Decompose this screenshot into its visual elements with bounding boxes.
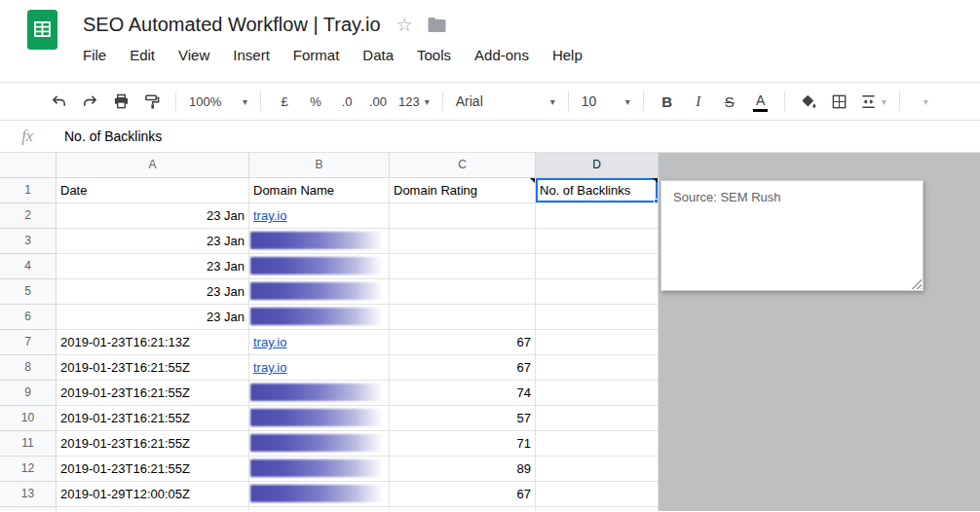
cell-C12[interactable]: 89 xyxy=(390,457,536,482)
folder-icon[interactable] xyxy=(427,17,447,33)
strikethrough-button[interactable]: S xyxy=(719,89,740,114)
cell-A13[interactable]: 2019-01-29T12:00:05Z xyxy=(57,482,249,507)
cell-D13[interactable] xyxy=(536,482,659,507)
cell-D8[interactable] xyxy=(536,355,659,381)
print-button[interactable] xyxy=(110,89,132,114)
cell-C4[interactable] xyxy=(390,254,536,279)
row-header-5[interactable]: 5 xyxy=(0,279,57,305)
cell-A8[interactable]: 2019-01-23T16:21:55Z xyxy=(57,355,249,381)
cell-B7[interactable]: tray.io xyxy=(249,330,390,355)
row-header-11[interactable]: 11 xyxy=(0,431,57,457)
cell-D11[interactable] xyxy=(536,431,659,457)
cell-D4[interactable] xyxy=(536,254,659,279)
row-header-8[interactable]: 8 xyxy=(0,355,57,381)
cell-D1[interactable]: No. of Backlinks xyxy=(536,178,659,203)
cell-C10[interactable]: 57 xyxy=(390,406,536,431)
sheets-logo-icon[interactable] xyxy=(27,10,57,82)
cell-B8[interactable]: tray.io xyxy=(249,355,390,381)
cell-Cx[interactable] xyxy=(390,507,536,511)
cell-B1[interactable]: Domain Name xyxy=(249,178,390,203)
row-header-13[interactable]: 13 xyxy=(0,482,57,507)
cell-A10[interactable]: 2019-01-23T16:21:55Z xyxy=(57,406,249,431)
cell-C1[interactable]: Domain Rating xyxy=(390,178,536,203)
domain-link[interactable]: tray.io xyxy=(253,208,286,223)
column-header-C[interactable]: C xyxy=(390,153,536,178)
row-header-10[interactable]: 10 xyxy=(0,406,57,431)
menu-item-tools[interactable]: Tools xyxy=(405,44,463,66)
cell-C13[interactable]: 67 xyxy=(390,482,536,507)
cell-B4[interactable] xyxy=(249,254,390,279)
row-header-9[interactable]: 9 xyxy=(0,381,57,406)
increase-decimal-button[interactable]: .00 xyxy=(367,89,389,114)
row-header-4[interactable]: 4 xyxy=(0,254,57,279)
cell-A12[interactable]: 2019-01-23T16:21:55Z xyxy=(57,457,249,482)
menu-item-edit[interactable]: Edit xyxy=(118,44,167,66)
text-color-button[interactable]: A xyxy=(750,89,772,114)
domain-link[interactable]: tray.io xyxy=(253,335,286,349)
undo-button[interactable] xyxy=(48,89,69,114)
cell-C2[interactable] xyxy=(390,203,536,229)
paint-format-button[interactable] xyxy=(141,89,163,114)
cell-C3[interactable] xyxy=(390,229,536,254)
cell-C5[interactable] xyxy=(390,279,536,305)
note-popup[interactable]: Source: SEM Rush xyxy=(660,180,923,291)
cell-A3[interactable]: 23 Jan xyxy=(57,229,249,254)
resize-grip-icon[interactable] xyxy=(911,278,922,289)
row-header-7[interactable]: 7 xyxy=(0,330,57,355)
row-header-1[interactable]: 1 xyxy=(0,178,57,203)
format-currency-button[interactable]: £ xyxy=(274,89,295,114)
cell-D12[interactable] xyxy=(536,457,659,482)
font-size-select[interactable]: 10 ▾ xyxy=(582,89,630,114)
cell-A1[interactable]: Date xyxy=(57,178,249,203)
borders-button[interactable] xyxy=(829,89,850,114)
cell-A4[interactable]: 23 Jan xyxy=(57,254,249,279)
column-header-D[interactable]: D xyxy=(536,153,659,178)
cell-Ax[interactable] xyxy=(57,507,249,511)
cell-D3[interactable] xyxy=(536,229,659,254)
cell-A11[interactable]: 2019-01-23T16:21:55Z xyxy=(57,431,249,457)
row-header-12[interactable]: 12 xyxy=(0,457,57,482)
menu-item-help[interactable]: Help xyxy=(541,44,594,66)
cell-D10[interactable] xyxy=(536,406,659,431)
cell-C7[interactable]: 67 xyxy=(390,330,536,355)
redo-button[interactable] xyxy=(79,89,100,114)
cell-D5[interactable] xyxy=(536,279,659,305)
cell-Bx[interactable] xyxy=(249,507,390,511)
toolbar-more-button[interactable]: ▾ xyxy=(913,89,934,114)
row-header-2[interactable]: 2 xyxy=(0,203,57,229)
format-percent-button[interactable]: % xyxy=(305,89,326,114)
row-header-6[interactable]: 6 xyxy=(0,305,57,330)
cell-B5[interactable] xyxy=(249,279,390,305)
cell-A5[interactable]: 23 Jan xyxy=(57,279,249,305)
row-header-3[interactable]: 3 xyxy=(0,229,57,254)
cell-D9[interactable] xyxy=(536,381,659,406)
cell-B10[interactable] xyxy=(249,406,390,431)
document-title[interactable]: SEO Automated Workflow | Tray.io xyxy=(83,14,381,36)
cell-B9[interactable] xyxy=(249,381,390,406)
cell-C6[interactable] xyxy=(390,305,536,330)
cell-D2[interactable] xyxy=(536,203,659,229)
cell-B11[interactable] xyxy=(249,431,390,457)
menu-item-file[interactable]: File xyxy=(71,44,118,66)
domain-link[interactable]: tray.io xyxy=(253,360,286,375)
star-icon[interactable]: ☆ xyxy=(396,14,413,36)
cell-B3[interactable] xyxy=(249,229,390,254)
menu-item-format[interactable]: Format xyxy=(282,44,352,66)
menu-item-view[interactable]: View xyxy=(167,44,221,66)
cell-C11[interactable]: 71 xyxy=(390,431,536,457)
cell-B6[interactable] xyxy=(249,305,390,330)
italic-button[interactable]: I xyxy=(688,89,709,114)
cell-A9[interactable]: 2019-01-23T16:21:55Z xyxy=(57,381,249,406)
cell-C9[interactable]: 74 xyxy=(390,381,536,406)
font-family-select[interactable]: Arial ▾ xyxy=(456,89,555,114)
cell-B2[interactable]: tray.io xyxy=(249,203,390,229)
menu-item-insert[interactable]: Insert xyxy=(221,44,282,66)
select-all-corner[interactable] xyxy=(0,153,57,178)
cell-B13[interactable] xyxy=(249,482,390,507)
more-formats-button[interactable]: 123 ▾ xyxy=(398,89,430,114)
cell-A6[interactable]: 23 Jan xyxy=(57,305,249,330)
menu-item-add-ons[interactable]: Add-ons xyxy=(463,44,541,66)
decrease-decimal-button[interactable]: .0 xyxy=(336,89,358,114)
bold-button[interactable]: B xyxy=(657,89,678,114)
cell-A7[interactable]: 2019-01-23T16:21:13Z xyxy=(57,330,249,355)
